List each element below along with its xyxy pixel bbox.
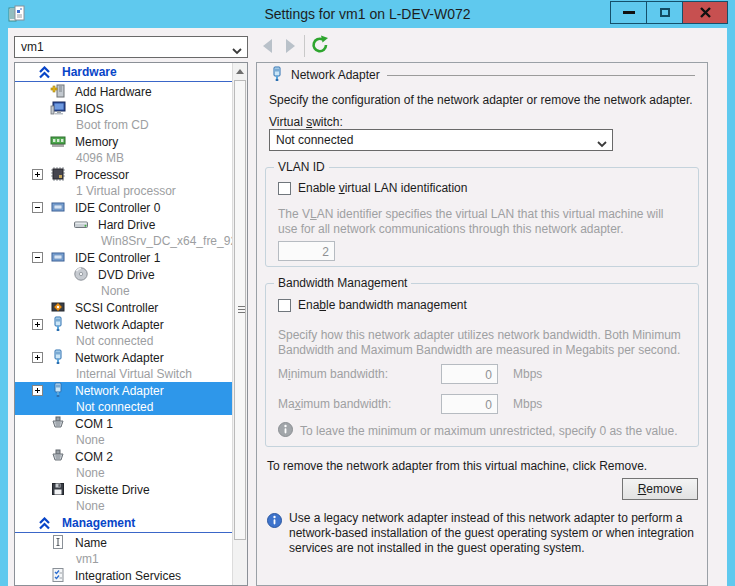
sidebar-section-hardware[interactable]: Hardware <box>15 63 232 82</box>
tree-item-ide-controller-1[interactable]: IDE Controller 1 <box>15 249 232 266</box>
tree-item-label: Network Adapter <box>75 318 164 332</box>
tree-item-label: IDE Controller 0 <box>75 201 160 215</box>
expand-icon[interactable] <box>32 319 43 330</box>
enable-bandwidth-label: Enable bandwidth management <box>298 298 467 312</box>
virtual-switch-dropdown[interactable]: Not connected <box>269 129 613 151</box>
vlan-group-title: VLAN ID <box>274 160 329 174</box>
tree-item-processor[interactable]: Processor <box>15 166 232 183</box>
tree-item-subtext: None <box>15 432 232 448</box>
network-adapter-icon <box>50 382 66 398</box>
name-icon <box>50 534 66 550</box>
tree-item-subtext: None <box>15 283 232 299</box>
tree-item-label: DVD Drive <box>98 268 155 282</box>
minimize-button[interactable] <box>610 1 647 24</box>
tree-list: HardwareAdd HardwareBIOSBoot from CDMemo… <box>15 63 232 585</box>
tree-item-add-hardware[interactable]: Add Hardware <box>15 83 232 100</box>
enable-vlan-label: Enable virtual LAN identification <box>298 181 467 195</box>
enable-vlan-checkbox[interactable] <box>278 182 291 195</box>
hard-drive-icon <box>73 216 89 232</box>
tree-item-subtext: Internal Virtual Switch <box>15 366 232 382</box>
forward-icon[interactable] <box>286 39 295 53</box>
tree-item-integration-services[interactable]: Integration Services <box>15 567 232 584</box>
hardware-tree: HardwareAdd HardwareBIOSBoot from CDMemo… <box>14 62 248 586</box>
min-bandwidth-field: 0 <box>441 364 498 384</box>
virtual-switch-label: Virtual switch: <box>269 115 343 129</box>
tree-item-subtext: Win8Srv_DC_x64_fre_920... <box>15 233 232 249</box>
network-adapter-icon <box>50 349 66 365</box>
tree-item-label: SCSI Controller <box>75 301 158 315</box>
tree-item-subtext: None <box>15 498 232 514</box>
sidebar-section-management[interactable]: Management <box>15 514 232 533</box>
tree-item-memory[interactable]: Memory <box>15 133 232 150</box>
tree-item-scsi-controller[interactable]: SCSI Controller <box>15 299 232 316</box>
scroll-up-button[interactable] <box>233 63 247 79</box>
max-bandwidth-field: 0 <box>441 394 498 414</box>
tree-item-network-adapter[interactable]: Network Adapter <box>15 349 232 366</box>
tree-item-ide-controller-0[interactable]: IDE Controller 0 <box>15 199 232 216</box>
chevrons-up-icon <box>38 517 51 530</box>
scsi-controller-icon <box>50 299 66 315</box>
minimize-icon <box>623 11 635 14</box>
tree-item-label: Network Adapter <box>75 384 164 398</box>
tree-item-label: Hard Drive <box>98 218 155 232</box>
bandwidth-checkbox-row: Enable bandwidth management <box>278 298 467 312</box>
enable-bandwidth-checkbox[interactable] <box>278 299 291 312</box>
add-hardware-icon <box>50 83 66 99</box>
maximize-icon <box>660 8 670 17</box>
tree-item-com-1[interactable]: COM 1 <box>15 415 232 432</box>
tree-item-label: Network Adapter <box>75 351 164 365</box>
vlan-description: The VLAN identifier specifies the virtua… <box>278 207 682 237</box>
diskette-icon <box>50 481 66 497</box>
tree-item-subtext: Not connected <box>15 333 232 349</box>
vlan-id-field: 2 <box>278 241 335 261</box>
integration-services-icon <box>50 567 66 583</box>
tree-item-label: Integration Services <box>75 569 181 583</box>
tree-item-label: Processor <box>75 168 129 182</box>
vm-selector-value: vm1 <box>21 40 44 54</box>
memory-icon <box>50 133 66 149</box>
tree-item-com-2[interactable]: COM 2 <box>15 448 232 465</box>
tree-item-label: Name <box>75 536 107 550</box>
min-bandwidth-label: Minimum bandwidth: <box>278 367 388 381</box>
collapse-icon[interactable] <box>32 252 43 263</box>
chevron-down-icon <box>232 44 242 58</box>
titlebar: Settings for vm1 on L-DEV-W072 <box>0 0 735 28</box>
info-icon-blue <box>267 513 282 528</box>
remove-button[interactable]: Remove <box>622 478 698 500</box>
remove-instruction: To remove the network adapter from this … <box>267 459 647 473</box>
expand-icon[interactable] <box>32 385 43 396</box>
tree-item-network-adapter[interactable]: Network Adapter <box>15 316 232 333</box>
tree-item-hard-drive[interactable]: Hard Drive <box>15 216 232 233</box>
processor-icon <box>50 166 66 182</box>
bios-icon <box>50 100 66 116</box>
back-icon[interactable] <box>263 39 272 53</box>
network-adapter-panel: Network Adapter Specify the configuratio… <box>256 62 708 586</box>
tree-item-subtext: vm1 <box>15 551 232 567</box>
collapse-icon[interactable] <box>32 202 43 213</box>
tree-item-diskette-drive[interactable]: Diskette Drive <box>15 481 232 498</box>
tree-item-name[interactable]: Name <box>15 534 232 551</box>
tree-item-bios[interactable]: BIOS <box>15 100 232 117</box>
chevrons-up-icon <box>38 66 51 79</box>
tree-item-dvd-drive[interactable]: DVD Drive <box>15 266 232 283</box>
caption-buttons <box>611 1 728 24</box>
sidebar-scrollbar[interactable] <box>232 63 247 585</box>
tree-item-label: COM 1 <box>75 417 113 431</box>
legacy-adapter-note: Use a legacy network adapter instead of … <box>289 511 695 556</box>
ide-controller-icon <box>50 199 66 215</box>
expand-icon[interactable] <box>32 169 43 180</box>
expand-icon[interactable] <box>32 352 43 363</box>
vm-selector[interactable]: vm1 <box>14 36 248 58</box>
scroll-up-icon <box>236 69 244 74</box>
tree-item-label: COM 2 <box>75 450 113 464</box>
maximize-button[interactable] <box>646 1 683 24</box>
tree-item-network-adapter[interactable]: Network Adapter <box>15 382 232 399</box>
section-label: Hardware <box>62 65 117 79</box>
close-button[interactable] <box>682 1 728 24</box>
scrollbar-thumb[interactable] <box>234 80 246 540</box>
refresh-icon[interactable] <box>310 35 330 55</box>
toolbar-separator <box>304 35 305 57</box>
bandwidth-note: To leave the minimum or maximum unrestri… <box>300 424 677 438</box>
settings-window: { "window": { "title": "Settings for vm1… <box>0 0 735 586</box>
ide-controller-icon <box>50 249 66 265</box>
